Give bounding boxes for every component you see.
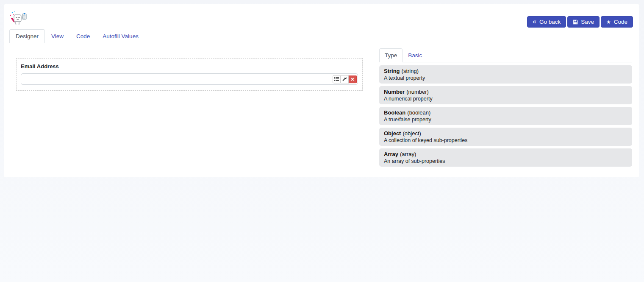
tab-type[interactable]: Type [379, 48, 402, 62]
save-button[interactable]: Save [567, 16, 600, 28]
property-panel: Type Basic String(string) A textual prop… [379, 48, 632, 169]
tab-view[interactable]: View [45, 29, 70, 43]
type-card-title: String(string) [384, 67, 627, 75]
type-card-array[interactable]: Array(array) An array of sub-properties [379, 148, 632, 167]
type-card-description: An array of sub-properties [384, 158, 627, 165]
go-back-button[interactable]: « Go back [527, 16, 566, 28]
code-label: Code [614, 19, 627, 25]
type-card-object[interactable]: Object(object) A collection of keyed sub… [379, 128, 632, 146]
tab-designer[interactable]: Designer [9, 29, 45, 43]
type-card-description: A collection of keyed sub-properties [384, 137, 627, 144]
email-field-label: Email Address [21, 63, 358, 70]
type-list: String(string) A textual property Number… [379, 65, 632, 167]
type-card-string[interactable]: String(string) A textual property [379, 65, 632, 84]
tab-autofill-values[interactable]: Autofill Values [96, 29, 145, 43]
email-input-wrap: ✕ [21, 73, 358, 85]
code-button[interactable]: ★ Code [601, 16, 633, 28]
remove-x-icon: ✕ [350, 76, 354, 82]
type-card-title: Boolean(boolean) [384, 109, 627, 116]
email-field-container[interactable]: Email Address [16, 58, 363, 91]
type-card-description: A textual property [384, 75, 627, 81]
app-logo [9, 11, 28, 27]
field-remove-button[interactable]: ✕ [349, 75, 357, 83]
header-actions: « Go back Save ★ Code [527, 16, 633, 28]
type-card-boolean[interactable]: Boolean(boolean) A true/false property [379, 107, 632, 125]
tab-basic[interactable]: Basic [402, 48, 427, 62]
type-card-title: Number(number) [384, 88, 627, 95]
wrench-icon [342, 76, 347, 82]
save-label: Save [581, 19, 594, 25]
floppy-icon [573, 20, 578, 25]
type-card-title: Array(array) [384, 151, 627, 158]
type-card-title: Object(object) [384, 130, 627, 137]
star-icon: ★ [606, 20, 611, 25]
page-background: « Go back Save ★ Code Designer [0, 0, 644, 282]
field-edit-button[interactable] [341, 75, 349, 83]
form-builder-card: « Go back Save ★ Code Designer [4, 4, 639, 177]
tab-code[interactable]: Code [70, 29, 96, 43]
chevrons-left-icon: « [533, 19, 536, 24]
field-action-buttons: ✕ [333, 75, 357, 83]
robot-mascot-icon [9, 11, 28, 27]
main-tab-bar: Designer View Code Autofill Values [9, 29, 637, 43]
type-card-description: A numerical property [384, 95, 627, 102]
field-settings-list-button[interactable] [333, 75, 341, 83]
list-icon [334, 76, 339, 82]
type-card-number[interactable]: Number(number) A numerical property [379, 86, 632, 104]
type-card-description: A true/false property [384, 116, 627, 123]
email-input[interactable] [21, 73, 358, 85]
go-back-label: Go back [539, 19, 561, 25]
property-panel-tab-bar: Type Basic [379, 48, 632, 62]
